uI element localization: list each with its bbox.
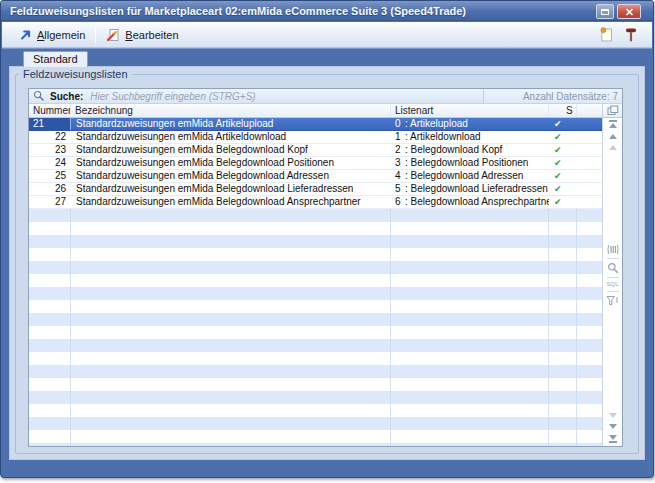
- note-icon[interactable]: [600, 27, 614, 43]
- listenart-name: : Artikeldownload: [405, 131, 481, 142]
- table-rows: 21 Standardzuweisungen emMida Artikelupl…: [29, 118, 602, 209]
- cell-filler: [577, 183, 602, 195]
- groupbox-feldzuweisungslisten: Feldzuweisungslisten Suche: Hier Suchbeg…: [15, 74, 639, 454]
- listenart-code: 4: [395, 170, 405, 182]
- row-checkmark: ✔: [549, 183, 577, 195]
- column-header-listenart[interactable]: Listenart: [391, 104, 549, 117]
- cell-filler: [577, 157, 602, 169]
- search-input[interactable]: Hier Suchbegriff eingeben (STRG+S): [90, 91, 483, 102]
- cell-bezeichnung: Standardzuweisungen emMida Belegdownload…: [71, 157, 391, 169]
- empty-rows-area: [29, 209, 602, 446]
- cell-bezeichnung: Standardzuweisungen emMida Belegdownload…: [71, 144, 391, 156]
- table-row[interactable]: 25 Standardzuweisungen emMida Belegdownl…: [29, 170, 602, 183]
- main-area: Standard Feldzuweisungslisten Suche:: [2, 48, 652, 476]
- close-icon: [625, 8, 634, 16]
- grid-scroll-area: SQL: [603, 118, 622, 446]
- cell-listenart: 2: Belegdownload Kopf: [391, 144, 549, 156]
- cell-bezeichnung: Standardzuweisungen emMida Artikelupload: [71, 118, 391, 130]
- bearbeiten-label: Bearbeiten: [125, 29, 178, 41]
- listenart-code: 3: [395, 157, 405, 169]
- table-row[interactable]: 23 Standardzuweisungen emMida Belegdownl…: [29, 144, 602, 157]
- data-grid: Suche: Hier Suchbegriff eingeben (STRG+S…: [28, 88, 623, 447]
- search-label: Suche:: [50, 91, 83, 102]
- row-checkmark: ✔: [549, 144, 577, 156]
- listenart-name: : Belegdownload Ansprechpartner: [405, 196, 549, 207]
- column-separator: [70, 209, 71, 446]
- table-row[interactable]: 24 Standardzuweisungen emMida Belegdownl…: [29, 157, 602, 170]
- tab-standard[interactable]: Standard: [23, 51, 88, 67]
- cell-listenart: 5: Belegdownload Lieferadressen: [391, 183, 549, 195]
- row-checkmark: ✔: [549, 170, 577, 182]
- close-button[interactable]: [617, 4, 641, 19]
- row-checkmark: ✔: [549, 196, 577, 208]
- allgemein-label: Allgemein: [37, 29, 85, 41]
- scroll-down-button[interactable]: [609, 424, 617, 429]
- cell-filler: [577, 170, 602, 182]
- row-checkmark: ✔: [549, 118, 577, 130]
- cell-filler: [577, 131, 602, 143]
- listenart-code: 6: [395, 196, 405, 208]
- row-checkmark: ✔: [549, 157, 577, 169]
- listenart-name: : Belegdownload Kopf: [405, 144, 502, 155]
- table-row[interactable]: 26 Standardzuweisungen emMida Belegdownl…: [29, 183, 602, 196]
- toolbar: Allgemein Bearbeiten: [2, 22, 652, 48]
- cell-bezeichnung: Standardzuweisungen emMida Artikeldownlo…: [71, 131, 391, 143]
- hammer-icon[interactable]: [624, 27, 638, 43]
- cell-listenart: 1: Artikeldownload: [391, 131, 549, 143]
- cell-nummer: 21: [29, 118, 71, 130]
- table-row[interactable]: 22 Standardzuweisungen emMida Artikeldow…: [29, 131, 602, 144]
- groupbox-label: Feldzuweisungslisten: [19, 68, 132, 80]
- bearbeiten-button[interactable]: Bearbeiten: [102, 26, 182, 44]
- scroll-up-button[interactable]: [609, 134, 617, 139]
- row-checkmark: ✔: [549, 131, 577, 143]
- cell-nummer: 23: [29, 144, 71, 156]
- cell-filler: [577, 196, 602, 208]
- column-header-nummer[interactable]: Nummer: [29, 104, 71, 117]
- cell-bezeichnung: Standardzuweisungen emMida Belegdownload…: [71, 196, 391, 208]
- best-fit-columns-icon[interactable]: [607, 244, 619, 255]
- filter-icon[interactable]: [606, 295, 619, 306]
- cell-bezeichnung: Standardzuweisungen emMida Belegdownload…: [71, 170, 391, 182]
- scroll-down-page-button[interactable]: [609, 413, 617, 418]
- page-edit-icon: [106, 28, 120, 42]
- restore-icon: [601, 9, 609, 15]
- listenart-code: 1: [395, 131, 405, 143]
- search-icon[interactable]: [33, 90, 45, 102]
- listenart-name: : Belegdownload Adressen: [405, 170, 523, 181]
- cell-bezeichnung: Standardzuweisungen emMida Belegdownload…: [71, 183, 391, 195]
- listenart-name: : Belegdownload Lieferadressen: [405, 183, 548, 194]
- titlebar[interactable]: Feldzuweisungslisten für Marketplaceart …: [1, 1, 653, 21]
- listenart-code: 0: [395, 118, 405, 130]
- listenart-code: 5: [395, 183, 405, 195]
- column-header-bezeichnung[interactable]: Bezeichnung: [71, 104, 391, 117]
- column-header-filler: [577, 104, 602, 117]
- column-separator: [390, 209, 391, 446]
- listenart-name: : Belegdownload Positionen: [405, 157, 528, 168]
- window-title: Feldzuweisungslisten für Marketplaceart …: [10, 1, 466, 21]
- cell-listenart: 6: Belegdownload Ansprechpartner: [391, 196, 549, 208]
- column-separator: [576, 209, 577, 446]
- cell-nummer: 26: [29, 183, 71, 195]
- sql-icon[interactable]: SQL: [606, 281, 618, 288]
- scroll-up-page-button[interactable]: [609, 145, 617, 150]
- allgemein-button[interactable]: Allgemein: [15, 26, 89, 43]
- cell-nummer: 27: [29, 196, 71, 208]
- scroll-to-top-button[interactable]: [609, 120, 617, 128]
- column-header-s[interactable]: S: [549, 104, 577, 117]
- table-row[interactable]: 27 Standardzuweisungen emMida Belegdownl…: [29, 196, 602, 209]
- table-row[interactable]: 21 Standardzuweisungen emMida Artikelupl…: [29, 118, 602, 131]
- zoom-icon[interactable]: [607, 262, 619, 274]
- scroll-to-bottom-button[interactable]: [609, 435, 617, 443]
- grid-nav-strip: SQL: [602, 104, 622, 446]
- grid-content: Nummer Bezeichnung Listenart S 21 Standa…: [29, 104, 602, 446]
- restore-button[interactable]: [596, 4, 614, 19]
- tab-panel: Feldzuweisungslisten Suche: Hier Suchbeg…: [9, 66, 645, 460]
- listenart-code: 2: [395, 144, 405, 156]
- column-chooser-button[interactable]: [603, 104, 622, 118]
- application-window: Feldzuweisungslisten für Marketplaceart …: [0, 0, 654, 478]
- search-bar[interactable]: Suche: Hier Suchbegriff eingeben (STRG+S…: [29, 89, 622, 104]
- cell-listenart: 4: Belegdownload Adressen: [391, 170, 549, 182]
- cell-filler: [577, 144, 602, 156]
- toolbar-separator: [95, 27, 96, 43]
- cell-listenart: 3: Belegdownload Positionen: [391, 157, 549, 169]
